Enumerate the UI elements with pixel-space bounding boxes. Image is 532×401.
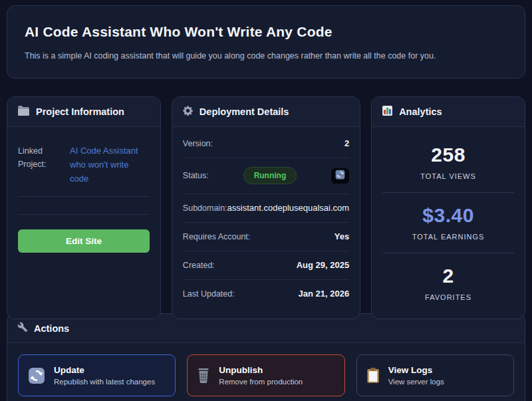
total-earnings-label: TOTAL EARNINGS bbox=[382, 233, 514, 241]
analytics-title: Analytics bbox=[399, 106, 442, 117]
update-button-subtitle: Republish with latest changes bbox=[54, 378, 155, 386]
wrench-icon bbox=[17, 322, 28, 334]
folder-icon bbox=[17, 105, 30, 118]
view-logs-button[interactable]: View Logs View server logs bbox=[356, 354, 514, 396]
refresh-icon bbox=[335, 170, 345, 182]
total-views-label: TOTAL VIEWS bbox=[382, 172, 514, 180]
refresh-icon bbox=[28, 367, 45, 384]
analytics-body: 258 TOTAL VIEWS $3.40 TOTAL EARNINGS 2 F… bbox=[372, 127, 525, 319]
last-updated-value: Jan 21, 2026 bbox=[299, 289, 350, 299]
info-cards-row: Project Information Linked Project: AI C… bbox=[7, 96, 525, 296]
deployment-dashboard: AI Code Assistant Who Won't Write Any Co… bbox=[0, 0, 532, 401]
last-updated-row: Last Updated: Jan 21, 2026 bbox=[183, 280, 349, 308]
actions-body: Update Republish with latest changes Unp… bbox=[7, 343, 525, 401]
page-header-card: AI Code Assistant Who Won't Write Any Co… bbox=[7, 5, 525, 78]
created-value: Aug 29, 2025 bbox=[297, 260, 350, 270]
project-information-title: Project Information bbox=[36, 106, 124, 117]
deployment-details-body: Version: 2 Status: Running bbox=[172, 127, 360, 312]
version-row: Version: 2 bbox=[183, 130, 349, 158]
clipboard-icon bbox=[366, 367, 380, 384]
page-title: AI Code Assistant Who Won't Write Any Co… bbox=[25, 24, 507, 40]
status-badge: Running bbox=[243, 167, 297, 184]
subdomain-label: Subdomain: bbox=[183, 203, 227, 213]
linked-project-row: Linked Project: AI Code Assistant who wo… bbox=[18, 131, 150, 197]
favorites-value: 2 bbox=[382, 265, 514, 287]
status-row: Status: Running bbox=[183, 158, 349, 194]
favorites-stat: 2 FAVORITES bbox=[382, 253, 514, 313]
favorites-label: FAVORITES bbox=[382, 293, 514, 301]
unpublish-button-subtitle: Remove from production bbox=[219, 378, 303, 386]
edit-site-button[interactable]: Edit Site bbox=[18, 229, 150, 253]
unpublish-button-title: Unpublish bbox=[219, 365, 303, 375]
total-views-stat: 258 TOTAL VIEWS bbox=[382, 132, 514, 193]
update-button[interactable]: Update Republish with latest changes bbox=[18, 354, 176, 396]
version-value: 2 bbox=[344, 138, 349, 148]
last-updated-label: Last Updated: bbox=[183, 289, 235, 299]
actions-title: Actions bbox=[34, 323, 69, 334]
created-label: Created: bbox=[183, 261, 215, 270]
trash-icon bbox=[197, 367, 210, 384]
created-row: Created: Aug 29, 2025 bbox=[183, 251, 349, 280]
deployment-details-title: Deployment Details bbox=[200, 106, 289, 117]
deployment-details-card: Deployment Details Version: 2 Status: Ru… bbox=[172, 96, 360, 319]
page-subtitle: This is a simple AI coding assistant tha… bbox=[25, 51, 507, 61]
total-views-value: 258 bbox=[382, 144, 514, 166]
view-logs-button-subtitle: View server logs bbox=[388, 378, 444, 386]
version-label: Version: bbox=[183, 139, 213, 148]
requires-account-row: Requires Account: Yes bbox=[183, 223, 349, 251]
requires-account-value: Yes bbox=[334, 231, 349, 241]
empty-info-row bbox=[18, 197, 150, 215]
analytics-header: Analytics bbox=[372, 97, 525, 127]
total-earnings-stat: $3.40 TOTAL EARNINGS bbox=[382, 193, 514, 253]
refresh-status-button[interactable] bbox=[331, 168, 349, 184]
total-earnings-value: $3.40 bbox=[382, 204, 514, 227]
view-logs-button-title: View Logs bbox=[388, 365, 444, 375]
subdomain-row: Subdomain: assistant.codeplusequalsai.co… bbox=[183, 194, 349, 223]
linked-project-link[interactable]: AI Code Assistant who won't write code bbox=[59, 144, 150, 186]
actions-card: Actions Update Republish with latest cha… bbox=[7, 313, 525, 401]
linked-project-label: Linked Project: bbox=[18, 144, 59, 186]
project-information-card: Project Information Linked Project: AI C… bbox=[7, 96, 161, 319]
update-button-title: Update bbox=[54, 365, 155, 375]
bar-chart-icon bbox=[382, 105, 393, 118]
deployment-details-header: Deployment Details bbox=[172, 97, 360, 127]
project-information-body: Linked Project: AI Code Assistant who wo… bbox=[7, 127, 160, 263]
subdomain-value: assistant.codeplusequalsai.com bbox=[227, 203, 350, 213]
project-information-header: Project Information bbox=[7, 97, 160, 127]
gear-icon bbox=[182, 105, 194, 118]
requires-account-label: Requires Account: bbox=[183, 232, 250, 241]
status-label: Status: bbox=[183, 171, 209, 180]
unpublish-button[interactable]: Unpublish Remove from production bbox=[187, 354, 344, 396]
analytics-card: Analytics 258 TOTAL VIEWS $3.40 TOTAL EA… bbox=[371, 96, 525, 319]
